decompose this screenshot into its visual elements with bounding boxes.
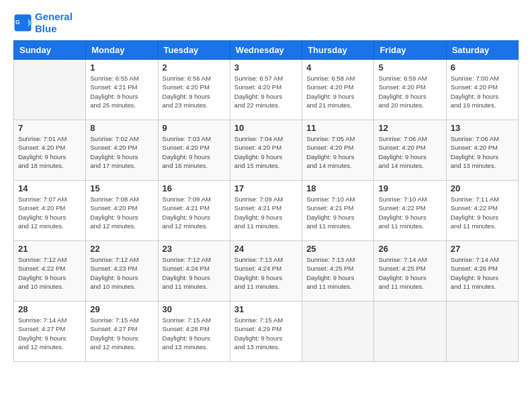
- day-info: Sunrise: 7:13 AM Sunset: 4:25 PM Dayligh…: [306, 255, 369, 291]
- day-number: 15: [90, 183, 153, 193]
- day-cell: 5Sunrise: 6:59 AM Sunset: 4:20 PM Daylig…: [374, 60, 446, 120]
- day-number: 21: [18, 244, 81, 254]
- day-number: 14: [18, 183, 81, 193]
- day-cell: 31Sunrise: 7:15 AM Sunset: 4:29 PM Dayli…: [230, 302, 302, 362]
- day-cell: 8Sunrise: 7:02 AM Sunset: 4:20 PM Daylig…: [86, 120, 158, 181]
- day-info: Sunrise: 6:56 AM Sunset: 4:20 PM Dayligh…: [163, 74, 226, 109]
- day-number: 3: [234, 62, 298, 73]
- day-info: Sunrise: 7:12 AM Sunset: 4:22 PM Dayligh…: [18, 255, 81, 291]
- day-cell: 21Sunrise: 7:12 AM Sunset: 4:22 PM Dayli…: [14, 241, 86, 302]
- day-info: Sunrise: 7:15 AM Sunset: 4:29 PM Dayligh…: [234, 316, 298, 351]
- day-cell: 19Sunrise: 7:10 AM Sunset: 4:22 PM Dayli…: [374, 181, 446, 241]
- day-cell: 15Sunrise: 7:08 AM Sunset: 4:20 PM Dayli…: [86, 181, 158, 241]
- day-header-tuesday: Tuesday: [158, 41, 230, 60]
- day-info: Sunrise: 7:15 AM Sunset: 4:27 PM Dayligh…: [90, 316, 153, 351]
- day-number: 17: [234, 183, 298, 193]
- day-number: 18: [306, 183, 369, 193]
- day-info: Sunrise: 7:10 AM Sunset: 4:22 PM Dayligh…: [378, 195, 441, 230]
- day-number: 26: [378, 244, 441, 254]
- day-number: 27: [451, 244, 514, 254]
- day-info: Sunrise: 7:03 AM Sunset: 4:20 PM Dayligh…: [163, 134, 226, 170]
- day-cell: 10Sunrise: 7:04 AM Sunset: 4:20 PM Dayli…: [230, 120, 302, 181]
- day-info: Sunrise: 6:55 AM Sunset: 4:21 PM Dayligh…: [90, 74, 153, 109]
- day-cell: 3Sunrise: 6:57 AM Sunset: 4:20 PM Daylig…: [230, 60, 302, 120]
- day-cell: 6Sunrise: 7:00 AM Sunset: 4:20 PM Daylig…: [446, 60, 518, 120]
- day-cell: 25Sunrise: 7:13 AM Sunset: 4:25 PM Dayli…: [302, 241, 374, 302]
- day-info: Sunrise: 7:01 AM Sunset: 4:20 PM Dayligh…: [18, 134, 81, 170]
- day-info: Sunrise: 7:00 AM Sunset: 4:20 PM Dayligh…: [451, 74, 514, 109]
- day-cell: 7Sunrise: 7:01 AM Sunset: 4:20 PM Daylig…: [14, 120, 86, 181]
- day-cell: 23Sunrise: 7:12 AM Sunset: 4:24 PM Dayli…: [158, 241, 230, 302]
- day-info: Sunrise: 7:09 AM Sunset: 4:21 PM Dayligh…: [163, 195, 226, 230]
- day-cell: [14, 60, 86, 120]
- day-info: Sunrise: 7:12 AM Sunset: 4:23 PM Dayligh…: [90, 255, 153, 291]
- day-info: Sunrise: 7:11 AM Sunset: 4:22 PM Dayligh…: [451, 195, 514, 230]
- week-row-1: 1Sunrise: 6:55 AM Sunset: 4:21 PM Daylig…: [14, 60, 519, 120]
- week-row-5: 28Sunrise: 7:14 AM Sunset: 4:27 PM Dayli…: [14, 302, 519, 362]
- day-cell: 2Sunrise: 6:56 AM Sunset: 4:20 PM Daylig…: [158, 60, 230, 120]
- day-cell: 1Sunrise: 6:55 AM Sunset: 4:21 PM Daylig…: [86, 60, 158, 120]
- logo-icon: G: [13, 13, 32, 32]
- day-info: Sunrise: 6:59 AM Sunset: 4:20 PM Dayligh…: [378, 74, 441, 109]
- day-info: Sunrise: 7:13 AM Sunset: 4:24 PM Dayligh…: [234, 255, 298, 291]
- day-info: Sunrise: 7:12 AM Sunset: 4:24 PM Dayligh…: [163, 255, 226, 291]
- day-number: 31: [234, 304, 298, 314]
- logo: G General Blue: [13, 11, 73, 35]
- day-cell: [374, 302, 446, 362]
- day-header-thursday: Thursday: [302, 41, 374, 60]
- day-info: Sunrise: 7:06 AM Sunset: 4:20 PM Dayligh…: [451, 134, 514, 170]
- day-info: Sunrise: 7:09 AM Sunset: 4:21 PM Dayligh…: [234, 195, 298, 230]
- day-number: 16: [163, 183, 226, 193]
- day-cell: 28Sunrise: 7:14 AM Sunset: 4:27 PM Dayli…: [14, 302, 86, 362]
- week-row-3: 14Sunrise: 7:07 AM Sunset: 4:20 PM Dayli…: [14, 181, 519, 241]
- day-header-wednesday: Wednesday: [230, 41, 302, 60]
- day-cell: [302, 302, 374, 362]
- day-number: 25: [306, 244, 369, 254]
- day-info: Sunrise: 7:08 AM Sunset: 4:20 PM Dayligh…: [90, 195, 153, 230]
- day-info: Sunrise: 7:14 AM Sunset: 4:26 PM Dayligh…: [451, 255, 514, 291]
- day-cell: 9Sunrise: 7:03 AM Sunset: 4:20 PM Daylig…: [158, 120, 230, 181]
- day-header-monday: Monday: [86, 41, 158, 60]
- day-cell: 13Sunrise: 7:06 AM Sunset: 4:20 PM Dayli…: [446, 120, 518, 181]
- day-number: 29: [90, 304, 153, 314]
- day-info: Sunrise: 7:15 AM Sunset: 4:28 PM Dayligh…: [163, 316, 226, 351]
- day-cell: 4Sunrise: 6:58 AM Sunset: 4:20 PM Daylig…: [302, 60, 374, 120]
- day-cell: 18Sunrise: 7:10 AM Sunset: 4:21 PM Dayli…: [302, 181, 374, 241]
- day-number: 23: [163, 244, 226, 254]
- day-cell: [446, 302, 518, 362]
- day-cell: 14Sunrise: 7:07 AM Sunset: 4:20 PM Dayli…: [14, 181, 86, 241]
- day-info: Sunrise: 7:10 AM Sunset: 4:21 PM Dayligh…: [306, 195, 369, 230]
- day-info: Sunrise: 7:04 AM Sunset: 4:20 PM Dayligh…: [234, 134, 298, 170]
- calendar-table: SundayMondayTuesdayWednesdayThursdayFrid…: [13, 40, 519, 362]
- day-number: 8: [90, 123, 153, 133]
- day-number: 19: [378, 183, 441, 193]
- logo-text: General Blue: [35, 11, 73, 35]
- day-number: 1: [90, 62, 153, 73]
- day-number: 13: [451, 123, 514, 133]
- header: G General Blue: [13, 11, 519, 35]
- day-number: 5: [378, 62, 441, 73]
- day-info: Sunrise: 7:14 AM Sunset: 4:27 PM Dayligh…: [18, 316, 81, 351]
- day-info: Sunrise: 7:07 AM Sunset: 4:20 PM Dayligh…: [18, 195, 81, 230]
- day-cell: 29Sunrise: 7:15 AM Sunset: 4:27 PM Dayli…: [86, 302, 158, 362]
- day-cell: 12Sunrise: 7:06 AM Sunset: 4:20 PM Dayli…: [374, 120, 446, 181]
- day-info: Sunrise: 6:58 AM Sunset: 4:20 PM Dayligh…: [306, 74, 369, 109]
- day-cell: 30Sunrise: 7:15 AM Sunset: 4:28 PM Dayli…: [158, 302, 230, 362]
- day-cell: 11Sunrise: 7:05 AM Sunset: 4:20 PM Dayli…: [302, 120, 374, 181]
- day-number: 20: [451, 183, 514, 193]
- day-header-saturday: Saturday: [446, 41, 518, 60]
- day-number: 7: [18, 123, 81, 133]
- day-cell: 27Sunrise: 7:14 AM Sunset: 4:26 PM Dayli…: [446, 241, 518, 302]
- day-cell: 22Sunrise: 7:12 AM Sunset: 4:23 PM Dayli…: [86, 241, 158, 302]
- day-number: 2: [163, 62, 226, 73]
- day-header-sunday: Sunday: [14, 41, 86, 60]
- day-info: Sunrise: 7:02 AM Sunset: 4:20 PM Dayligh…: [90, 134, 153, 170]
- day-number: 4: [306, 62, 369, 73]
- day-number: 9: [163, 123, 226, 133]
- day-number: 28: [18, 304, 81, 314]
- day-number: 30: [163, 304, 226, 314]
- day-cell: 24Sunrise: 7:13 AM Sunset: 4:24 PM Dayli…: [230, 241, 302, 302]
- day-number: 24: [234, 244, 298, 254]
- day-number: 11: [306, 123, 369, 133]
- week-row-2: 7Sunrise: 7:01 AM Sunset: 4:20 PM Daylig…: [14, 120, 519, 181]
